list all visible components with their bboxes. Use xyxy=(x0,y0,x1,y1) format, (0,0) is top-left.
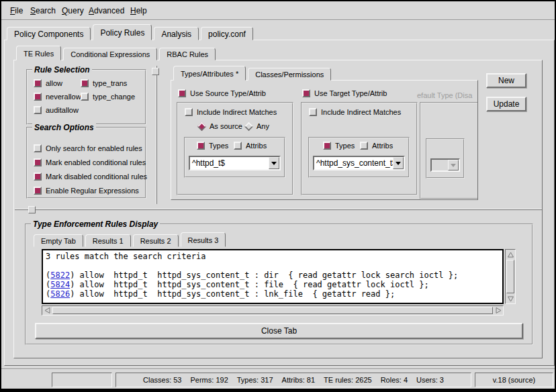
scroll-down-button[interactable] xyxy=(506,294,515,303)
stat-users: Users: 3 xyxy=(416,376,444,384)
horizontal-sash-handle[interactable] xyxy=(28,206,36,213)
search-options-title: Search Options xyxy=(32,123,96,132)
menu-help[interactable]: Help xyxy=(130,6,147,15)
checkbox-use-target[interactable]: Use Target Type/Attrib xyxy=(302,89,387,97)
checkbox-regex[interactable]: Enable Regular Expressions xyxy=(34,187,139,195)
scroll-right-button[interactable] xyxy=(494,306,503,315)
rules-tab-bar: TE Rules Conditional Expressions RBAC Ru… xyxy=(16,46,218,60)
tab-empty-tab[interactable]: Empty Tab xyxy=(34,234,83,247)
scrollbar-thumb[interactable] xyxy=(52,307,493,314)
tab-policy-rules[interactable]: Policy Rules xyxy=(93,24,152,40)
checkbox-target-types[interactable]: Types xyxy=(323,142,355,150)
menu-query[interactable]: Query xyxy=(62,6,84,15)
source-types-attribs-box: Types Attribs ^httpd_t$ xyxy=(184,137,285,178)
checkbox-indicator xyxy=(309,108,317,116)
checkbox-mark-disabled[interactable]: Mark disabled conditional rules xyxy=(34,173,147,181)
default-type-combobox xyxy=(430,158,460,172)
source-type-combobox[interactable]: ^httpd_t$ xyxy=(189,156,281,170)
checkbox-label: auditallow xyxy=(46,106,79,114)
rule-text: allow httpd_t httpd_sys_content_t : file… xyxy=(75,280,428,289)
checkbox-label: Use Target Type/Attrib xyxy=(314,89,387,97)
scrollbar-thumb[interactable] xyxy=(506,260,514,293)
menu-search[interactable]: Search xyxy=(30,6,56,15)
rule-id-link[interactable]: 5826 xyxy=(50,289,70,299)
checkbox-indicator xyxy=(302,89,310,97)
radio-indicator xyxy=(197,121,206,130)
checkbox-type-trans[interactable]: type_trans xyxy=(81,79,127,87)
stat-classes: Classes: 53 xyxy=(143,376,181,384)
close-tab-button[interactable]: Close Tab xyxy=(35,323,523,339)
blank-line xyxy=(46,261,500,271)
checkbox-neverallow[interactable]: neverallow xyxy=(34,93,81,101)
tab-policy-conf[interactable]: policy.conf xyxy=(201,27,253,40)
checkbox-indicator xyxy=(178,89,186,97)
checkbox-only-enabled[interactable]: Only search for enabled rules xyxy=(34,144,142,152)
rule-id-link[interactable]: 5824 xyxy=(50,280,70,289)
checkbox-mark-enabled[interactable]: Mark enabled conditional rules xyxy=(34,158,146,166)
combobox-dropdown-button[interactable] xyxy=(269,157,279,169)
checkbox-indicator xyxy=(185,108,193,116)
vertical-sash-handle[interactable] xyxy=(152,68,159,75)
ta-panel: Use Source Type/Attrib Include Indirect … xyxy=(171,80,478,200)
radio-any[interactable]: Any xyxy=(245,122,269,130)
checkbox-allow[interactable]: allow xyxy=(34,79,62,87)
target-types-attribs-box: Types Attribs ^httpd_sys_content_t$ xyxy=(308,137,410,178)
tab-policy-components[interactable]: Policy Components xyxy=(7,27,91,40)
stat-roles: Roles: 4 xyxy=(381,376,408,384)
tab-types-attributes[interactable]: Types/Attributes * xyxy=(173,66,246,81)
menu-advanced[interactable]: Advanced xyxy=(89,6,124,15)
checkbox-label: type_change xyxy=(93,93,135,101)
new-button[interactable]: New xyxy=(486,73,526,88)
checkbox-label: Include Indirect Matches xyxy=(321,108,401,116)
checkbox-indicator xyxy=(34,158,42,166)
chevron-down-icon xyxy=(451,164,456,167)
te-rules-display-group: Type Enforcement Rules Display Empty Tab… xyxy=(25,224,533,345)
stat-te-rules: TE rules: 2625 xyxy=(324,376,372,384)
checkbox-auditallow[interactable]: auditallow xyxy=(34,106,79,114)
checkbox-source-types[interactable]: Types xyxy=(197,142,228,150)
checkbox-label: neverallow xyxy=(46,93,81,101)
checkbox-indicator xyxy=(34,106,42,114)
target-type-combobox[interactable]: ^httpd_sys_content_t$ xyxy=(313,156,405,170)
horizontal-sash[interactable] xyxy=(15,209,542,210)
scroll-up-button[interactable] xyxy=(506,250,515,259)
checkbox-label: Attribs xyxy=(372,142,393,150)
checkbox-indicator xyxy=(34,187,42,195)
rule-line-1: (5822) allow httpd_t httpd_sys_content_t… xyxy=(46,271,500,280)
results-vertical-scrollbar[interactable] xyxy=(505,249,516,304)
checkbox-source-attribs[interactable]: Attribs xyxy=(234,142,267,150)
radio-label: As source xyxy=(210,122,242,130)
tab-rbac-rules[interactable]: RBAC Rules xyxy=(159,48,216,60)
tab-te-rules[interactable]: TE Rules xyxy=(16,46,61,60)
update-button[interactable]: Update xyxy=(486,97,526,111)
checkbox-use-source[interactable]: Use Source Type/Attrib xyxy=(178,89,266,97)
scroll-left-button[interactable] xyxy=(42,306,52,315)
checkbox-target-indirect[interactable]: Include Indirect Matches xyxy=(309,108,401,116)
checkbox-label: Enable Regular Expressions xyxy=(46,187,139,195)
radio-as-source[interactable]: As source xyxy=(198,122,242,130)
combobox-dropdown-button[interactable] xyxy=(393,157,404,169)
rule-selection-group: Rule Selection allow type_trans neverall… xyxy=(26,69,146,125)
main-tab-bar: Policy Components Policy Rules Analysis … xyxy=(7,24,255,40)
menu-bar: File Search Query Advanced Help xyxy=(1,1,555,21)
rule-id-link[interactable]: 5822 xyxy=(50,271,70,280)
status-bar: Classes: 53 Perms: 192 Types: 317 Attrib… xyxy=(1,369,555,389)
tab-analysis[interactable]: Analysis xyxy=(154,27,199,40)
arrow-down-icon xyxy=(508,296,514,302)
default-type-inner-box xyxy=(426,138,465,179)
tab-conditional-expressions[interactable]: Conditional Expressions xyxy=(63,48,157,60)
results-horizontal-scrollbar[interactable] xyxy=(42,305,504,315)
checkbox-type-change[interactable]: type_change xyxy=(81,93,135,101)
checkbox-target-attribs[interactable]: Attribs xyxy=(360,142,393,150)
results-text-area[interactable]: 3 rules match the search criteria (5822)… xyxy=(42,249,504,304)
menu-file[interactable]: File xyxy=(10,6,23,15)
tab-results-2[interactable]: Results 2 xyxy=(133,234,179,247)
vertical-sash[interactable] xyxy=(156,66,157,204)
tab-classes-permissions[interactable]: Classes/Permissions xyxy=(248,68,331,81)
checkbox-indicator xyxy=(34,144,42,152)
checkbox-indicator xyxy=(323,142,331,150)
tab-results-1[interactable]: Results 1 xyxy=(85,234,131,247)
tab-results-3[interactable]: Results 3 xyxy=(181,232,226,247)
combobox-dropdown-button xyxy=(448,160,459,170)
checkbox-source-indirect[interactable]: Include Indirect Matches xyxy=(185,108,277,116)
